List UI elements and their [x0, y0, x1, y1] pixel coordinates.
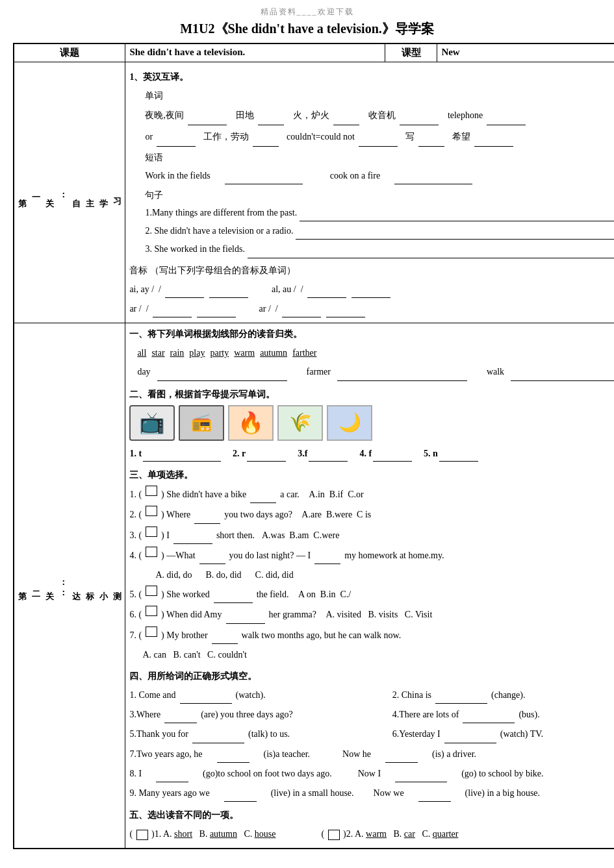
pic-label-3: 3.f [298, 445, 349, 462]
sentence-1-blank [300, 205, 614, 221]
pic-radio: 📻 [179, 405, 224, 441]
fill-7-word: (is)a teacher. [264, 746, 311, 762]
fill-2-word: (change). [491, 687, 525, 703]
sound-2: ( )2. A. warm B. car C. quarter [321, 826, 458, 842]
mc-6-blank [146, 606, 157, 616]
blank [157, 128, 196, 147]
fill-3-text: 3.Where [129, 706, 160, 723]
part2-title: 二、看图，根据首字母提示写单词。 [129, 386, 614, 403]
fill-7b-text: Now he [342, 746, 371, 762]
vocab-telephone: telephone [448, 106, 483, 125]
sentence-3: 3. She worked in the fields. [129, 241, 614, 258]
blank [173, 527, 212, 544]
fill-8b-word: (go) to school by bike. [461, 765, 543, 782]
fill-6-word: (watch) TV. [500, 726, 543, 742]
sound-1-c: house [255, 829, 276, 839]
mc-5: 5. ( ) She worked the field. A on B.in C… [129, 586, 614, 603]
mc-1-text2: a car. [280, 486, 306, 502]
fill-two-col: 1. Come and (watch). 2. China is (change… [129, 687, 614, 743]
fill-2: 2. China is (change). [392, 687, 614, 704]
mc-3-num: 3. ( [129, 527, 142, 543]
mc-5-options: A on B.in C./ [298, 586, 351, 602]
header-label-2: 课型 [385, 43, 437, 62]
mc-2-blank [146, 506, 157, 516]
blank [253, 128, 279, 147]
sound-2-b: car [404, 829, 415, 839]
mc-7-options: A. can B. can't C. couldn't [129, 647, 614, 663]
mc-7-options-text: A. can B. can't C. couldn't [142, 650, 247, 660]
fill-8-text: 8. I [129, 765, 142, 782]
pic-label-2: 2. r [233, 445, 287, 462]
blank [352, 281, 390, 298]
sentence-2: 2. She didn't have a television or a rad… [129, 223, 614, 240]
word-star: star [151, 345, 164, 361]
word-party: party [210, 345, 229, 361]
mc-7-blank [146, 626, 157, 637]
section1-label: 第一关：自主学习 [14, 62, 125, 323]
blank [226, 606, 265, 623]
blank [307, 281, 346, 298]
blank [385, 746, 418, 763]
fill-5-word: (talk) to us. [248, 726, 290, 742]
sentence-3-blank [248, 241, 614, 258]
radio-icon: 📻 [191, 408, 212, 438]
blank [212, 627, 238, 644]
blank [400, 106, 439, 125]
mc-1-num: 1. ( [129, 486, 142, 502]
blank [209, 281, 248, 298]
vocab-field: 田地 [236, 106, 254, 125]
mc-5-text: ) She worked [161, 586, 210, 602]
blank [418, 128, 444, 147]
phrase-work: Work in the fields [145, 167, 210, 184]
mc-3: 3. ( ) I short then. A.was B.am C.were [129, 527, 614, 544]
section2-row: 第二关：：达标小测 一、将下列单词根据划线部分的读音归类。 all star r… [14, 323, 614, 849]
mc-1-text: ) She didn't have a bike [161, 486, 246, 502]
fill-8b-text: Now I [358, 765, 381, 782]
blank-4 [373, 445, 412, 462]
sound-1-a: short [174, 829, 192, 839]
mc-6: 6. ( ) When did Amy her gramma? A. visit… [129, 606, 614, 623]
fill-1-word: (watch). [236, 687, 266, 703]
phonetic-al-au: al, au / / [272, 281, 303, 297]
vocab-write: 写 [405, 128, 415, 146]
mc-3-text: ) I [161, 527, 170, 543]
mc-1: 1. ( ) She didn't have a bike a car. A.i… [129, 486, 614, 503]
word-warm: warm [234, 345, 255, 361]
part4-title: 四、用所给词的正确形式填空。 [129, 668, 614, 684]
sentence-1-text: 1.Many things are different from the pas… [145, 205, 297, 221]
blank [217, 746, 249, 763]
pic-fire: 🔥 [228, 405, 274, 441]
mc-3-blank [146, 527, 157, 537]
blank [418, 785, 451, 802]
phonetic-row2: ar / / ar / / [129, 301, 614, 317]
mc-5-text2: the field. [257, 586, 296, 602]
watermark: 精品资料____欢迎下载 [13, 6, 601, 18]
mc-2-text: ) Where [161, 506, 190, 523]
vocab-work: 工作，劳动 [203, 128, 249, 146]
blank [250, 486, 276, 503]
blank-2 [247, 445, 286, 462]
vocab-row2: or 工作，劳动 couldn't=could not 写 希望 [129, 128, 614, 147]
blank-3 [309, 445, 348, 462]
mc-4-text3: my homework at home.my. [344, 547, 444, 564]
word-all: all [137, 345, 146, 361]
mc-1-options: A.in B.if C.or [309, 486, 363, 502]
blank-1 [143, 445, 221, 462]
blank [326, 301, 365, 317]
blank [156, 765, 188, 782]
fill-6: 6.Yesterday I (watch) TV. [392, 726, 614, 743]
phrase-title: 短语 [129, 149, 614, 166]
main-title: M1U2《She didn't have a television.》导学案 [13, 20, 601, 38]
blank [463, 706, 515, 723]
sound-1-blank [136, 830, 148, 840]
tv-icon: 📺 [139, 404, 165, 442]
fill-7-row: 7.Two years ago, he (is)a teacher. Now h… [129, 746, 614, 763]
pic-label-4: 4. f [359, 445, 413, 462]
fill-5: 5.Thank you for (talk) to us. [129, 726, 379, 743]
field-icon: 🌾 [289, 406, 312, 439]
blank [197, 301, 236, 317]
blank [194, 506, 220, 523]
word-farmer: farmer [307, 364, 331, 380]
blank [180, 687, 232, 704]
blank [199, 547, 225, 564]
